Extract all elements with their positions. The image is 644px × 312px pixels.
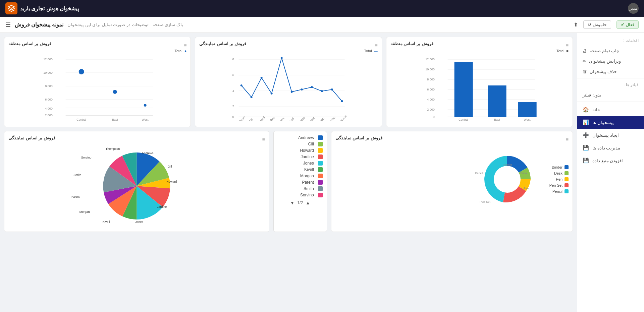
legend-color-sorvino — [318, 193, 323, 197]
sidebar-item-source[interactable]: افزودن منبع داده 💾 — [577, 154, 644, 167]
svg-text:8,000: 8,000 — [45, 84, 53, 88]
svg-text:Jardine: Jardine — [266, 116, 276, 121]
line-rep-menu[interactable]: ≡ — [375, 43, 378, 48]
subheader-title: نمونه پیشخوان فروش — [15, 21, 63, 28]
home-label: خانه — [592, 107, 600, 112]
dot-parent — [311, 86, 313, 88]
svg-text:4,000: 4,000 — [427, 98, 435, 101]
svg-text:0: 0 — [433, 115, 434, 119]
bar-region-legend: ■ Total — [390, 49, 569, 53]
manage-label: مدیریت داده ها — [592, 145, 620, 150]
label-andrews: Andrews — [142, 151, 154, 155]
legend-list-item-morgan: Morgan — [278, 174, 323, 178]
scatter-region-legend: ● Total — [8, 49, 186, 53]
actions-label: اقدامات : — [577, 36, 644, 46]
main-content: ≡ فروش بر اساس منطقه ■ Total 12,000 10,0… — [0, 33, 577, 312]
manage-icon: 💾 — [583, 145, 589, 151]
pie-menu[interactable]: ≡ — [262, 137, 265, 142]
label-sorvino: Sorvino — [81, 156, 92, 159]
bar-region-card: ≡ فروش بر اساس منطقه ■ Total 12,000 10,0… — [386, 37, 573, 127]
sidebar-item-add[interactable]: ایجاد پیشخوان ➕ — [577, 129, 644, 141]
svg-text:Pen: Pen — [524, 187, 529, 190]
legend-pen-color — [565, 177, 569, 181]
sidebar-item-home[interactable]: خانه 🏠 — [577, 103, 644, 116]
legend-pencil-color — [565, 189, 569, 193]
svg-text:Gill: Gill — [248, 118, 254, 121]
donut-title: فروش بر اساس نمایندگی — [335, 135, 382, 140]
svg-text:10,000: 10,000 — [425, 68, 435, 71]
line-rep-svg: 8 6 4 2 0 — [199, 54, 377, 121]
sidebar-item-manage[interactable]: مدیریت داده ها 💾 — [577, 141, 644, 154]
sidebar-item-dashboard[interactable]: پیشخوان ها 📊 — [577, 116, 644, 129]
legend-list-item-gill: Gill — [278, 142, 323, 146]
dot-kivell — [291, 91, 293, 93]
legend-color-morgan — [318, 174, 323, 178]
scatter-east — [113, 90, 117, 94]
print-label: چاپ تمام صفحه — [590, 48, 619, 53]
svg-text:Smith: Smith — [317, 117, 325, 121]
line-rep-legend: — Total — [199, 49, 377, 53]
dot-smith — [321, 90, 323, 92]
pie-title: فروش بر اساس نمایندگی — [8, 135, 55, 140]
label-gill: Gill — [167, 165, 172, 168]
export-button[interactable]: ⬆ — [574, 21, 578, 28]
page-indicator: 1/2 — [297, 200, 303, 205]
legend-color-andrews — [318, 135, 323, 140]
legend-color-gill — [318, 142, 323, 146]
legend-name-jardine: Jardine — [301, 154, 314, 159]
sidebar-nofilter[interactable]: بدون فیلتر — [577, 90, 644, 100]
svg-text:Central: Central — [459, 118, 468, 121]
legend-name-morgan: Morgan — [300, 174, 314, 178]
legend-name-sorvino: Sorvino — [300, 193, 314, 197]
label-smith: Smith — [73, 173, 81, 177]
bar-region-menu[interactable]: ≡ — [566, 43, 569, 48]
svg-text:Jones: Jones — [277, 117, 285, 121]
bar-central — [454, 62, 473, 117]
active-button[interactable]: فعال ✔ — [616, 20, 639, 29]
topbar-left: مدیر — [628, 3, 639, 14]
sidebar-delete[interactable]: حذف پیشخوان 🗑 — [577, 66, 644, 77]
svg-text:West: West — [524, 118, 531, 121]
label-thompson: Thompson — [106, 147, 120, 150]
dot-morgan — [301, 88, 303, 90]
page-label: باک سازی صفحه — [153, 22, 183, 27]
line-rep-total-label: Total — [364, 49, 372, 53]
sidebar-edit[interactable]: ویرایش پیشخوان ✏ — [577, 56, 644, 66]
legend-color-jardine — [318, 154, 323, 159]
svg-text:12,000: 12,000 — [43, 58, 53, 61]
dot-jardine — [271, 92, 273, 95]
bar-region-total-label: Total — [556, 49, 564, 53]
legend-color-howard — [318, 148, 323, 153]
edit-label: ویرایش پیشخوان — [589, 59, 621, 64]
svg-text:8: 8 — [232, 58, 234, 61]
legend-list-item-andrews: Andrews — [278, 135, 323, 140]
delete-label: حذف پیشخوان — [590, 69, 617, 74]
svg-text:East: East — [112, 118, 118, 121]
dot-thompson — [341, 100, 343, 102]
donut-legend: Binder Desk Pen Pen Set — [549, 165, 569, 193]
scatter-region-menu[interactable]: ≡ — [184, 43, 186, 48]
svg-text:0: 0 — [232, 115, 234, 119]
scatter-region-title: فروش بر اساس منطقه — [8, 41, 51, 46]
svg-text:12,000: 12,000 — [425, 58, 435, 61]
svg-text:Morgan: Morgan — [297, 116, 306, 121]
menu-icon[interactable]: ☰ — [5, 21, 11, 28]
subheader-center: باک سازی صفحه توضیحات در صورت تمایل برای… — [5, 21, 183, 28]
pie-card: ≡ فروش بر اساس نمایندگی — [4, 131, 269, 232]
donut-container: Binder Desk Pen Pen Set — [335, 146, 569, 213]
svg-text:West: West — [142, 118, 149, 121]
dot-sorvino — [331, 88, 333, 90]
legend-list: AndrewsGillHowardJardineJonesKivellMorga… — [278, 135, 323, 197]
page-up-button[interactable]: ▲ — [306, 200, 310, 205]
dashboard-icon: 📊 — [583, 119, 589, 125]
legend-color-smith — [318, 186, 323, 191]
legend-desk-color — [565, 171, 569, 175]
donut-menu[interactable]: ≡ — [566, 137, 569, 142]
subheader: فعال ✔ خاموش ↺ ⬆ باک سازی صفحه توضیحات د… — [0, 17, 644, 33]
legend-name-gill: Gill — [308, 142, 314, 146]
add-label: ایجاد پیشخوان — [592, 133, 619, 138]
sidebar-print[interactable]: چاپ تمام صفحه 🖨 — [577, 46, 644, 56]
page-down-button[interactable]: ▼ — [290, 200, 295, 205]
off-button[interactable]: خاموش ↺ — [583, 20, 611, 29]
legend-penset: Pen Set — [549, 183, 569, 187]
